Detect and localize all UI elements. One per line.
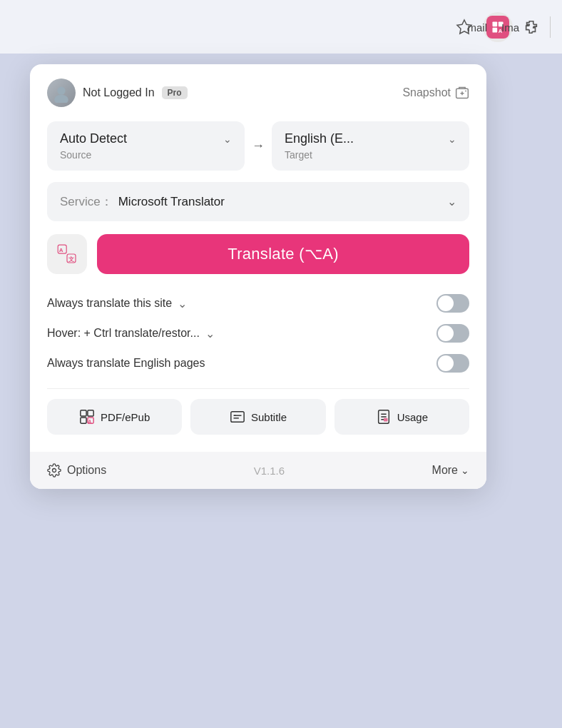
svg-rect-17	[81, 418, 86, 423]
subtitle-icon	[230, 409, 245, 425]
toggle-always-translate-site: Always translate this site ⌄	[47, 288, 469, 318]
pdf-epub-button[interactable]: A PDF/ePub	[47, 399, 182, 435]
svg-point-29	[53, 469, 56, 472]
options-gear-icon	[47, 463, 61, 477]
hover-label: Hover: + Ctrl translate/restor... ⌄	[47, 327, 215, 340]
svg-text:文: 文	[68, 256, 74, 263]
translate-icon: A 文	[56, 243, 78, 266]
service-chevron-icon: ⌄	[447, 195, 456, 208]
subtitle-button[interactable]: Subtitle	[190, 399, 325, 435]
target-language-box[interactable]: English (E... ⌄ Target	[272, 121, 469, 171]
hover-toggle[interactable]	[436, 324, 469, 343]
pdf-epub-label: PDF/ePub	[101, 411, 150, 423]
translate-icon-button[interactable]: A 文	[47, 234, 87, 274]
toggle-hover: Hover: + Ctrl translate/restor... ⌄	[47, 318, 469, 348]
tab-labels: mail Ima	[467, 21, 519, 33]
pdf-epub-icon: A	[79, 409, 95, 425]
not-logged-in-label: Not Logged In	[83, 86, 155, 99]
usage-icon	[376, 409, 392, 425]
always-translate-english-toggle[interactable]	[436, 354, 469, 373]
snapshot-button[interactable]: Snapshot	[402, 86, 469, 100]
target-chevron-icon: ⌄	[448, 133, 456, 145]
subtitle-label: Subtitle	[251, 411, 287, 423]
popup-container: Not Logged In Pro Snapshot Auto Detect	[30, 64, 486, 489]
usage-button[interactable]: Usage	[334, 399, 469, 435]
tab-mail[interactable]: mail	[467, 21, 487, 33]
browser-bar: mail Ima A	[0, 0, 562, 54]
source-language-name: Auto Detect	[60, 131, 127, 146]
divider	[47, 388, 469, 389]
snapshot-icon	[455, 86, 469, 100]
header-row: Not Logged In Pro Snapshot	[47, 79, 469, 107]
translate-button[interactable]: Translate (⌥A)	[97, 234, 469, 274]
tab-image[interactable]: Ima	[501, 21, 519, 33]
snapshot-label: Snapshot	[402, 86, 451, 99]
source-language-box[interactable]: Auto Detect ⌄ Source	[47, 121, 245, 171]
svg-point-23	[234, 415, 235, 416]
translate-row: A 文 Translate (⌥A)	[47, 234, 469, 274]
pro-badge: Pro	[162, 86, 188, 99]
user-section: Not Logged In Pro	[47, 79, 188, 107]
translate-button-label: Translate (⌥A)	[228, 245, 339, 263]
language-selector-row: Auto Detect ⌄ Source → English (E... ⌄ T…	[47, 121, 469, 171]
service-name: Microsoft Translator	[118, 195, 447, 209]
usage-label: Usage	[397, 411, 428, 423]
always-translate-site-toggle[interactable]	[436, 294, 469, 313]
hover-chevron: ⌄	[205, 327, 215, 340]
source-language-label: Source	[60, 149, 232, 161]
options-button[interactable]: Options	[47, 463, 106, 477]
svg-point-6	[54, 95, 68, 103]
target-language-label: Target	[285, 149, 456, 161]
always-translate-site-chevron: ⌄	[178, 297, 187, 310]
always-translate-site-label: Always translate this site ⌄	[47, 297, 187, 310]
options-label: Options	[67, 464, 106, 477]
puzzle-icon[interactable]	[518, 14, 544, 40]
svg-text:A: A	[59, 247, 63, 253]
svg-point-5	[57, 87, 65, 95]
more-chevron-icon: ⌄	[461, 465, 469, 476]
target-language-name: English (E...	[285, 131, 354, 146]
toggle-always-translate-english: Always translate English pages	[47, 348, 469, 378]
avatar	[47, 79, 76, 107]
vertical-divider	[550, 16, 551, 38]
source-chevron-icon: ⌄	[223, 133, 232, 145]
arrow-icon: →	[252, 138, 265, 153]
service-selector[interactable]: Service： Microsoft Translator ⌄	[47, 182, 469, 221]
more-button[interactable]: More ⌄	[432, 464, 469, 477]
tools-row: A PDF/ePub Subtitle	[47, 399, 469, 435]
always-translate-english-label: Always translate English pages	[47, 357, 205, 370]
service-label: Service：	[60, 193, 113, 210]
svg-rect-15	[81, 410, 86, 416]
footer: Options V1.1.6 More ⌄	[30, 452, 486, 489]
svg-rect-20	[231, 412, 244, 423]
svg-rect-28	[384, 418, 388, 422]
svg-rect-16	[88, 410, 93, 416]
version-label: V1.1.6	[254, 465, 285, 477]
more-label: More	[432, 464, 458, 477]
